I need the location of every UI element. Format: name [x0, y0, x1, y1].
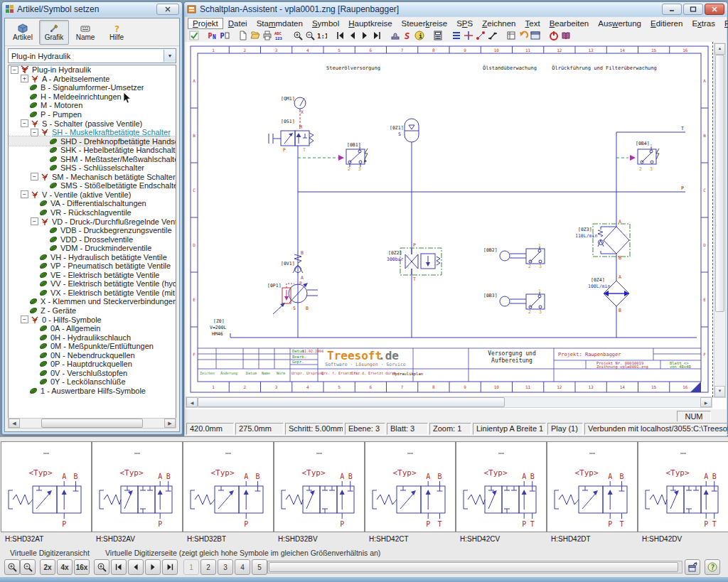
- digitizer-zoom-out-button[interactable]: [20, 559, 36, 575]
- menu-text[interactable]: Text: [521, 18, 545, 28]
- palette-close-button[interactable]: [156, 4, 179, 15]
- scroll-down-arrow[interactable]: ▼: [714, 386, 725, 397]
- info-icon[interactable]: i: [413, 30, 425, 41]
- tree-item[interactable]: VP - Pneumatisch betätigte Ventile: [9, 262, 176, 271]
- power-icon[interactable]: [547, 30, 560, 41]
- page-2-button[interactable]: 2: [200, 559, 216, 575]
- last-page-button[interactable]: [162, 559, 178, 575]
- accumulator-0z1[interactable]: [405, 119, 419, 142]
- tree-item[interactable]: VA - Differentialschaltungen: [9, 199, 176, 208]
- new-doc-icon[interactable]: [237, 30, 249, 41]
- linetype-icon[interactable]: [450, 30, 462, 41]
- nav-prev-icon[interactable]: [346, 30, 358, 41]
- canvas-hscrollbar[interactable]: ◀ ▶: [186, 397, 712, 408]
- collapse-toggle[interactable]: −: [31, 217, 38, 225]
- stamp-icon[interactable]: [389, 30, 401, 41]
- contact-icon[interactable]: [486, 30, 498, 41]
- page-1-button[interactable]: 1: [183, 559, 199, 575]
- digitizer-magnify-button[interactable]: [94, 559, 109, 575]
- vscroll-thumb[interactable]: [715, 55, 724, 312]
- print-icon[interactable]: [261, 30, 273, 41]
- schematic-sheet[interactable]: 1122334455667788991010111112121313141415…: [188, 43, 712, 397]
- tree-item[interactable]: 0M - Meßpunkte/Entlüftungen: [9, 342, 176, 351]
- menu-steuerkreise[interactable]: Steuerkreise: [397, 18, 452, 28]
- first-page-button[interactable]: [111, 559, 127, 575]
- tree-item[interactable]: −V - Ventile (aktive Ventile): [9, 190, 176, 200]
- tree-item[interactable]: −Plug-in Hydraulik: [9, 65, 176, 75]
- digitizer-scrollbar[interactable]: [267, 561, 682, 573]
- digitizer-scroll-thumb[interactable]: [269, 562, 678, 572]
- tree-item[interactable]: −VD - Druck-/Durchflußregelnde Ventile: [9, 217, 176, 226]
- tree-item[interactable]: 0H - Hydraulikschlauch: [9, 333, 176, 342]
- expand-toggle[interactable]: +: [21, 75, 28, 82]
- tree-item[interactable]: VDD - Drosselventile: [9, 235, 176, 244]
- tree-item[interactable]: P - Pumpen: [9, 110, 176, 119]
- collapse-toggle[interactable]: −: [21, 119, 28, 127]
- switch-0b2[interactable]: [500, 247, 545, 264]
- abc-123-icon[interactable]: ABC123: [273, 30, 285, 41]
- symbol-preview-cell[interactable]: <Typ>ABPT: [638, 441, 728, 532]
- tree-hscroll-thumb[interactable]: [41, 419, 143, 428]
- grafik-button[interactable]: Grafik: [39, 20, 69, 45]
- digitizer-zoom-in-button[interactable]: [4, 559, 20, 575]
- potential-icon[interactable]: [474, 30, 486, 41]
- symbol-preview-cell[interactable]: <Typ>ABP: [183, 441, 274, 532]
- zoom-factor-2x-button[interactable]: 2x: [40, 559, 55, 575]
- chevron-down-icon[interactable]: ▼: [164, 50, 176, 62]
- menu-datei[interactable]: Datei: [224, 18, 252, 28]
- collapse-toggle[interactable]: −: [31, 173, 38, 180]
- menu-stammdaten[interactable]: Stammdaten: [252, 18, 307, 28]
- artikel-button[interactable]: Artikel: [8, 20, 38, 45]
- tree-item[interactable]: VV - Elektrisch betätigte Ventile (hydra…: [9, 279, 176, 289]
- collapse-toggle[interactable]: −: [11, 66, 18, 74]
- window-icon[interactable]: [529, 30, 541, 41]
- zoom-out-icon[interactable]: [304, 30, 316, 41]
- apply-check-icon[interactable]: [188, 30, 200, 41]
- menu-fenster[interactable]: Fenster: [720, 18, 728, 28]
- calculator-icon[interactable]: [432, 30, 444, 41]
- maximize-button[interactable]: [683, 4, 703, 15]
- tree-item[interactable]: H - Meldeeinrichtungen: [9, 92, 176, 102]
- tree-item[interactable]: SHK - Hebelbetätigte Handschalter: [9, 146, 176, 155]
- nav-next-icon[interactable]: [358, 30, 370, 41]
- switch-0b3[interactable]: [500, 292, 545, 309]
- tree-item[interactable]: X - Klemmen und Steckerverbindungen: [9, 297, 176, 306]
- filter-0z3[interactable]: [593, 224, 630, 257]
- tree-item[interactable]: −SH - Muskelkraftbetätigte Schalter: [9, 128, 176, 137]
- drawing-canvas[interactable]: 1122334455667788991010111112121313141415…: [185, 42, 727, 409]
- tree-item[interactable]: −S - Schalter (passive Ventile): [9, 119, 176, 128]
- tree-item[interactable]: SHS - Schlüsselschalter: [9, 163, 176, 173]
- menu-bearbeiten[interactable]: Bearbeiten: [545, 18, 594, 28]
- undo-icon[interactable]: [517, 30, 529, 41]
- pe-icon[interactable]: P: [218, 30, 230, 41]
- menu-symbol[interactable]: Symbol: [308, 18, 343, 28]
- tree-item[interactable]: −0 - Hilfs-Symbole: [9, 315, 176, 324]
- tree-item[interactable]: M - Motoren: [9, 101, 176, 110]
- scroll-left-arrow[interactable]: ◀: [186, 397, 198, 407]
- sheet-icon[interactable]: [505, 30, 517, 41]
- nav-last-icon[interactable]: [370, 30, 382, 41]
- symbol-preview-cell[interactable]: <Typ>ABP: [274, 441, 365, 532]
- scroll-up-arrow[interactable]: ▲: [714, 43, 725, 55]
- symbol-preview-cell[interactable]: <Typ>ABP: [1, 441, 92, 532]
- canvas-vscrollbar[interactable]: ▲ ▼: [714, 43, 726, 398]
- export-window-button[interactable]: [685, 559, 700, 575]
- symbol-preview-cell[interactable]: <Typ>ABPT: [365, 441, 456, 532]
- tree-item[interactable]: VDB - Druckbegrenzungsventile: [9, 226, 176, 235]
- menu-extras[interactable]: Extras: [687, 18, 719, 28]
- menu-auswertung[interactable]: Auswertung: [594, 18, 646, 28]
- switch-0b1[interactable]: [346, 147, 368, 167]
- scroll-right-arrow[interactable]: ▶: [700, 397, 712, 407]
- tree-item[interactable]: SHM - Meßtaster/Meßwahlschalter: [9, 154, 176, 163]
- relief-valve-0z2[interactable]: [400, 248, 441, 275]
- tree-item[interactable]: VE - Elektrisch betätigte Ventile: [9, 271, 176, 280]
- open-folder-icon[interactable]: [249, 30, 261, 41]
- tree-item[interactable]: VR - Rückschlagventile: [9, 208, 176, 217]
- menu-sps[interactable]: SPS: [452, 18, 477, 28]
- collapse-toggle[interactable]: −: [21, 190, 28, 198]
- tree-item[interactable]: 0Y - Leckölanschlüße: [9, 377, 176, 387]
- collapse-toggle[interactable]: −: [31, 129, 38, 136]
- tree-scroll-left[interactable]: ◀: [9, 419, 20, 428]
- prev-page-button[interactable]: [128, 559, 144, 575]
- zoom-factor-16x-button[interactable]: 16x: [74, 559, 90, 575]
